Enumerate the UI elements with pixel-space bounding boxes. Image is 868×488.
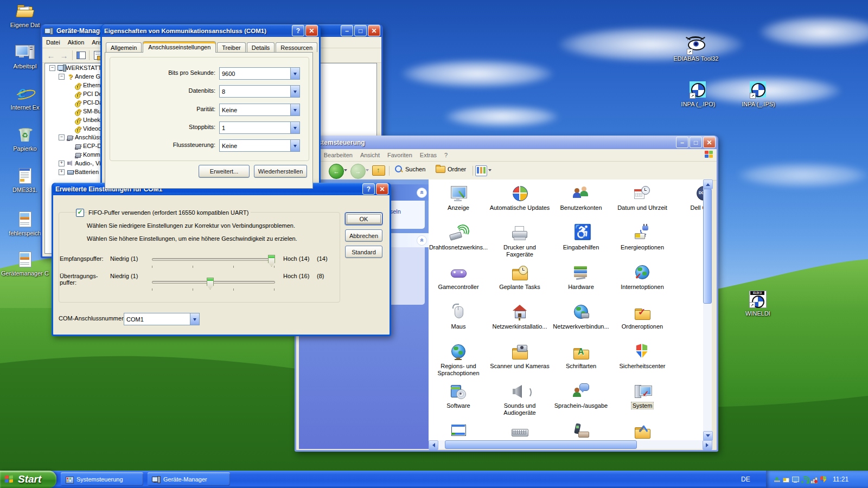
- views-icon[interactable]: [475, 165, 487, 176]
- control-panel-item[interactable]: Automatische Updates: [489, 184, 550, 211]
- console-tree-icon[interactable]: [75, 50, 87, 61]
- scroll-right-icon[interactable]: [703, 440, 712, 450]
- start-button[interactable]: Start: [0, 471, 56, 488]
- chevron-down-icon[interactable]: [290, 86, 299, 97]
- views-dropdown-icon[interactable]: [488, 169, 492, 173]
- control-panel-item[interactable]: Benutzerkonten: [551, 184, 611, 211]
- minimize-icon[interactable]: –: [676, 137, 688, 148]
- tab-ressourcen[interactable]: Ressourcen: [276, 42, 317, 52]
- up-folder-icon[interactable]: ↑: [372, 165, 385, 176]
- standard-button[interactable]: Standard: [345, 246, 382, 258]
- ok-button[interactable]: OK: [345, 213, 382, 225]
- control-panel-item[interactable]: DCPDell Contr: [673, 184, 703, 211]
- menu-item-bearbeiten[interactable]: Bearbeiten: [320, 150, 356, 160]
- control-panel-item[interactable]: Drahtlosnetzwerkins...: [429, 224, 489, 251]
- search-button[interactable]: Suchen: [392, 164, 428, 175]
- control-panel-titlebar[interactable]: Systemsteuerung – □ ✕: [296, 136, 717, 149]
- control-panel-item[interactable]: ♿Eingabehilfen: [551, 224, 611, 251]
- control-panel-item[interactable]: Sprachein-/ausgabe: [551, 382, 611, 409]
- forward-icon[interactable]: →: [58, 50, 70, 61]
- control-panel-item[interactable]: Software: [429, 382, 489, 409]
- tray-battery-icon[interactable]: [782, 476, 790, 484]
- restore-button[interactable]: Wiederherstellen: [254, 165, 307, 178]
- tab-allgemein[interactable]: Allgemein: [106, 42, 142, 52]
- desktop-icon[interactable]: ELDI 3↗WINELDI: [733, 291, 782, 317]
- control-panel-item[interactable]: Energieoptionen: [612, 224, 673, 251]
- advanced-button[interactable]: Erweitert...: [199, 165, 250, 178]
- control-panel-item[interactable]: Datum und Uhrzeit: [612, 184, 673, 211]
- scroll-left-icon[interactable]: [429, 440, 438, 450]
- control-panel-item[interactable]: [489, 422, 550, 440]
- scroll-thumb[interactable]: [445, 440, 637, 449]
- language-indicator[interactable]: DE: [741, 476, 750, 483]
- control-panel-item[interactable]: [551, 422, 611, 440]
- back-dropdown-icon[interactable]: [344, 169, 347, 173]
- chevron-down-icon[interactable]: [290, 140, 299, 151]
- fifo-checkbox[interactable]: ✓: [76, 209, 84, 217]
- help-icon[interactable]: ?: [362, 183, 375, 195]
- chevron-up-icon[interactable]: »: [417, 188, 427, 198]
- slider-track[interactable]: [152, 258, 275, 261]
- menu-item-datei[interactable]: Datei: [42, 37, 64, 48]
- menu-item-extras[interactable]: Extras: [416, 150, 441, 160]
- clock[interactable]: 11:21: [833, 476, 848, 483]
- tree-expander[interactable]: −: [59, 74, 65, 80]
- taskbar-task-ger-te-manager[interactable]: Geräte-Manager: [148, 472, 230, 486]
- field-select[interactable]: 1: [219, 121, 300, 134]
- control-panel-item[interactable]: Drucker und Faxgeräte: [489, 224, 550, 258]
- control-panel-item[interactable]: Sicherheitscenter: [612, 343, 673, 370]
- chevron-down-icon[interactable]: [290, 122, 299, 133]
- control-panel-item[interactable]: Regions- und Sprachoptionen: [429, 343, 489, 377]
- chevron-up-icon[interactable]: »: [417, 235, 427, 246]
- help-icon[interactable]: ?: [292, 25, 304, 36]
- control-panel-item[interactable]: Maus: [429, 303, 489, 330]
- scroll-down-icon[interactable]: [703, 431, 713, 441]
- tray-monitor-icon[interactable]: [792, 476, 800, 484]
- tab-treiber[interactable]: Treiber: [217, 42, 245, 52]
- close-icon[interactable]: ✕: [368, 25, 380, 36]
- control-panel-item[interactable]: Scanner und Kameras: [489, 343, 550, 370]
- control-panel-item[interactable]: ASchriftarten: [551, 343, 611, 370]
- tray-wireless-icon[interactable]: [801, 476, 809, 484]
- forward-dropdown-icon[interactable]: [366, 169, 369, 173]
- control-panel-item[interactable]: Gamecontroller: [429, 264, 489, 291]
- menu-item-ansicht[interactable]: Ansicht: [356, 150, 384, 160]
- minimize-icon[interactable]: –: [341, 25, 353, 36]
- control-panel-item[interactable]: [612, 422, 673, 440]
- tray-shield-icon[interactable]: [819, 476, 827, 484]
- forward-icon[interactable]: →: [350, 164, 366, 179]
- close-icon[interactable]: ✕: [703, 137, 716, 148]
- tree-expander[interactable]: −: [59, 134, 65, 140]
- maximize-icon[interactable]: □: [354, 25, 367, 36]
- chevron-down-icon[interactable]: [290, 104, 299, 115]
- field-select[interactable]: 8: [219, 85, 300, 98]
- back-icon[interactable]: ←: [329, 164, 344, 179]
- close-icon[interactable]: ✕: [305, 25, 318, 36]
- control-panel-item[interactable]: ✓System: [612, 382, 673, 409]
- control-panel-item[interactable]: Netzwerkinstallatio...: [489, 303, 550, 330]
- scroll-up-icon[interactable]: [703, 179, 713, 189]
- menu-item-favoriten[interactable]: Favoriten: [384, 150, 416, 160]
- desktop-icon[interactable]: Eigene Dat: [1, 2, 49, 28]
- menu-item-aktion[interactable]: Aktion: [64, 37, 88, 48]
- control-panel-item[interactable]: Geplante Tasks: [489, 264, 550, 291]
- tree-expander[interactable]: −: [49, 65, 55, 71]
- com1-titlebar[interactable]: Eigenschaften von Kommunikationsanschlus…: [102, 24, 319, 37]
- scroll-thumb[interactable]: [703, 189, 712, 304]
- control-panel-item[interactable]: [429, 422, 489, 440]
- tray-eject-icon[interactable]: [773, 476, 781, 484]
- control-panel-item[interactable]: Anzeige: [429, 184, 489, 211]
- maximize-icon[interactable]: □: [690, 137, 702, 148]
- close-icon[interactable]: ✕: [376, 183, 388, 195]
- desktop-icon[interactable]: ↗EDIABAS Tool32: [672, 36, 720, 62]
- field-select[interactable]: Keine: [219, 139, 300, 152]
- desktop-icon[interactable]: ↗INPA (_.IPS): [734, 81, 783, 107]
- control-panel-item[interactable]: Netzwerkverbindun...: [551, 303, 611, 330]
- menu-item-help[interactable]: ?: [441, 150, 451, 160]
- control-panel-item[interactable]: Sounds und Audiogeräte: [489, 382, 550, 416]
- field-select[interactable]: 9600: [219, 67, 300, 80]
- tree-expander[interactable]: +: [59, 169, 65, 175]
- folders-button[interactable]: Ordner: [433, 164, 469, 174]
- control-panel-item[interactable]: ✓Ordneroptionen: [612, 303, 673, 330]
- tree-expander[interactable]: +: [59, 160, 65, 166]
